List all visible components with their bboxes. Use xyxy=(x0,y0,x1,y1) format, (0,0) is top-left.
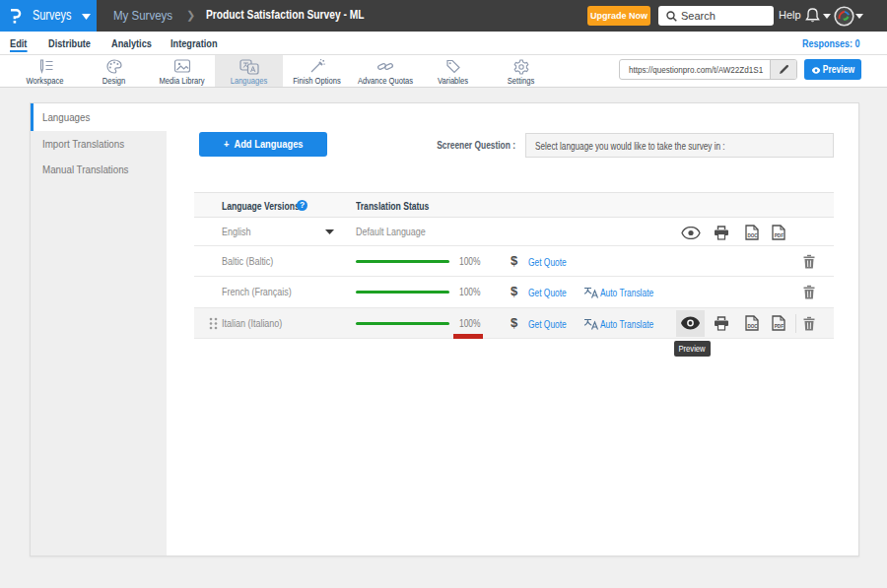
svg-text:DOC: DOC xyxy=(747,324,758,329)
svg-text:DOC: DOC xyxy=(747,233,758,238)
svg-text:PDF: PDF xyxy=(775,324,784,329)
svg-text:PDF: PDF xyxy=(775,233,784,238)
